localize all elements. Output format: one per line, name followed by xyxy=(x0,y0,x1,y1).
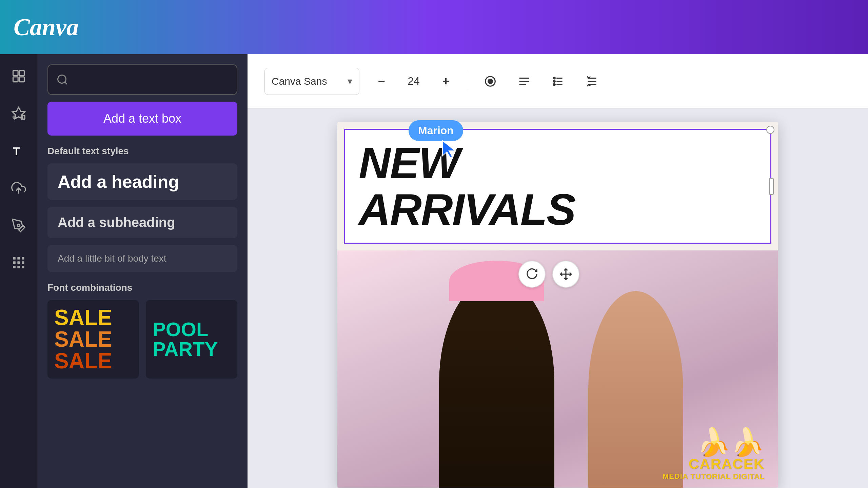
canva-logo: Canva xyxy=(14,13,79,41)
align-button[interactable] xyxy=(512,69,536,93)
text-panel: Add a text box Default text styles Add a… xyxy=(37,54,248,488)
svg-point-29 xyxy=(554,77,555,79)
bullet-list-icon xyxy=(552,75,565,88)
svg-rect-13 xyxy=(13,261,15,264)
svg-rect-17 xyxy=(17,266,20,268)
svg-rect-0 xyxy=(13,71,18,76)
resize-handle-top-right[interactable] xyxy=(766,126,774,134)
icon-sidebar: T xyxy=(0,54,37,488)
svg-rect-1 xyxy=(19,71,24,76)
svg-rect-18 xyxy=(22,266,24,268)
subheading-label: Add a subheading xyxy=(58,215,175,230)
resize-handle-right-mid[interactable] xyxy=(769,178,774,195)
line-spacing-button[interactable] xyxy=(580,69,604,93)
font-size-value: 24 xyxy=(403,75,424,87)
svg-rect-2 xyxy=(13,77,18,82)
svg-point-31 xyxy=(554,84,555,85)
bullet-list-button[interactable] xyxy=(546,69,570,93)
pool-line-2: PARTY xyxy=(153,339,231,359)
chevron-down-icon: ▾ xyxy=(348,76,352,87)
new-arrivals-text: NEW ARRIVALS xyxy=(359,140,757,232)
default-text-styles-label: Default text styles xyxy=(47,146,237,157)
body-label: Add a little bit of body text xyxy=(58,253,166,264)
text-color-icon xyxy=(484,75,497,88)
svg-point-9 xyxy=(17,224,20,226)
new-arrivals-line1: NEW xyxy=(359,140,757,186)
font-size-minus-button[interactable]: − xyxy=(370,69,393,93)
font-combinations-label: Font combinations xyxy=(47,282,237,293)
pool-line-1: POOL xyxy=(153,320,231,339)
search-box[interactable] xyxy=(47,64,237,95)
text-element-container: NEW ARRIVALS xyxy=(337,129,778,244)
line-spacing-icon xyxy=(586,75,598,88)
tool-icons-overlay xyxy=(518,261,579,288)
rotate-icon xyxy=(526,268,538,281)
canvas-area: Canva Sans ▾ − 24 + xyxy=(248,54,868,488)
move-tool-button[interactable] xyxy=(552,261,579,288)
svg-rect-15 xyxy=(22,261,24,264)
canvas-toolbar: Canva Sans ▾ − 24 + xyxy=(248,54,868,108)
svg-point-19 xyxy=(58,75,66,83)
main-layout: T xyxy=(0,54,868,488)
sale-combo-card[interactable]: SALE SALE SALE xyxy=(47,300,139,379)
svg-text:T: T xyxy=(13,145,20,158)
sidebar-item-elements[interactable] xyxy=(7,102,31,125)
sidebar-item-templates[interactable] xyxy=(7,64,31,88)
svg-rect-3 xyxy=(19,77,24,82)
banana-emoji: 🍌🍌 xyxy=(663,429,765,456)
font-selector[interactable]: Canva Sans ▾ xyxy=(264,68,359,95)
font-size-plus-button[interactable]: + xyxy=(434,69,458,93)
sidebar-item-uploads[interactable] xyxy=(7,176,31,200)
move-icon xyxy=(559,268,572,281)
add-text-box-button[interactable]: Add a text box xyxy=(47,102,237,136)
sale-line-3: SALE xyxy=(54,350,132,372)
svg-rect-14 xyxy=(17,261,20,264)
subheading-style-item[interactable]: Add a subheading xyxy=(47,207,237,238)
svg-rect-16 xyxy=(13,266,15,268)
svg-point-30 xyxy=(554,80,555,82)
sidebar-item-apps[interactable] xyxy=(7,251,31,274)
svg-point-22 xyxy=(488,79,493,83)
people-area: 🍌🍌 CARACEK MEDIA TUTORIAL DIGITAL xyxy=(337,250,778,488)
design-card: NEW ARRIVALS xyxy=(337,122,778,488)
rotate-tool-button[interactable] xyxy=(518,261,546,288)
sidebar-item-text[interactable]: T xyxy=(7,139,31,163)
header: Canva xyxy=(0,0,868,54)
svg-line-20 xyxy=(65,82,67,84)
svg-rect-11 xyxy=(17,257,20,260)
person-left-silhouette xyxy=(439,278,554,488)
svg-rect-6 xyxy=(21,116,25,119)
font-name-label: Canva Sans xyxy=(272,76,327,87)
canvas-content: NEW ARRIVALS xyxy=(248,108,868,488)
search-icon xyxy=(56,74,68,86)
heading-style-item[interactable]: Add a heading xyxy=(47,163,237,200)
new-arrivals-line2: ARRIVALS xyxy=(359,186,757,233)
svg-rect-12 xyxy=(22,257,24,260)
svg-rect-10 xyxy=(13,257,15,260)
svg-point-5 xyxy=(12,116,16,119)
search-input[interactable] xyxy=(74,74,229,86)
toolbar-separator-1 xyxy=(468,73,468,90)
sale-line-1: SALE xyxy=(54,307,132,328)
watermark-line1: CARACEK xyxy=(663,456,765,472)
selected-text-element[interactable]: NEW ARRIVALS xyxy=(344,129,771,244)
sidebar-item-draw[interactable] xyxy=(7,214,31,237)
heading-label: Add a heading xyxy=(58,172,179,191)
align-icon xyxy=(518,75,531,88)
text-color-button[interactable] xyxy=(478,69,502,93)
body-style-item[interactable]: Add a little bit of body text xyxy=(47,245,237,272)
pool-party-combo-card[interactable]: POOL PARTY xyxy=(146,300,237,379)
sale-line-2: SALE xyxy=(54,328,132,350)
watermark-area: 🍌🍌 CARACEK MEDIA TUTORIAL DIGITAL xyxy=(663,429,765,481)
watermark-line2: MEDIA TUTORIAL DIGITAL xyxy=(663,472,765,481)
font-combos: SALE SALE SALE POOL PARTY xyxy=(47,300,237,379)
